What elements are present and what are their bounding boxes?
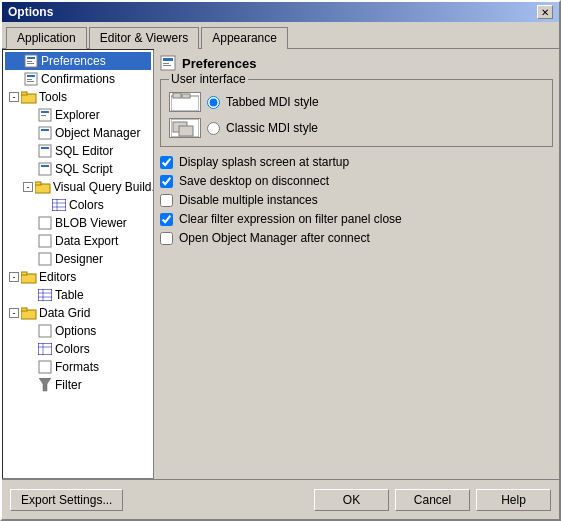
svg-rect-29: [21, 272, 27, 275]
preferences-icon: [23, 53, 39, 69]
checkbox-disable-multiple[interactable]: Disable multiple instances: [160, 193, 553, 207]
classic-mdi-item[interactable]: Classic MDI style: [169, 118, 544, 138]
tab-editor-viewers[interactable]: Editor & Viewers: [89, 27, 199, 49]
splash-label[interactable]: Display splash screen at startup: [179, 155, 349, 169]
tree-item-explorer[interactable]: Explorer: [5, 106, 151, 124]
classic-mdi-label[interactable]: Classic MDI style: [226, 121, 318, 135]
classic-mdi-visual: [169, 118, 201, 138]
editors-folder-icon: [21, 269, 37, 285]
tree-item-vqb-label: Visual Query Build...: [53, 180, 154, 194]
tabbed-mdi-label[interactable]: Tabbed MDI style: [226, 95, 319, 109]
sql-script-icon: [37, 161, 53, 177]
tree-item-confirmations-label: Confirmations: [41, 72, 115, 86]
user-interface-group: User interface Tabbed MDI style: [160, 79, 553, 147]
tree-item-options-dg[interactable]: Options: [5, 322, 151, 340]
table-icon: [37, 287, 53, 303]
ok-button[interactable]: OK: [314, 489, 389, 511]
svg-rect-3: [27, 63, 34, 64]
tree-item-object-manager[interactable]: Object Manager: [5, 124, 151, 142]
tree-item-preferences-label: Preferences: [41, 54, 106, 68]
checkbox-clear-filter[interactable]: Clear filter expression on filter panel …: [160, 212, 553, 226]
tree-item-tools[interactable]: - Tools: [5, 88, 151, 106]
tree-item-sql-editor[interactable]: SQL Editor: [5, 142, 151, 160]
object-manager-icon: [37, 125, 53, 141]
tree-panel[interactable]: Preferences Confirmations - Tools: [2, 49, 154, 479]
checkbox-save-desktop[interactable]: Save desktop on disconnect: [160, 174, 553, 188]
export-settings-button[interactable]: Export Settings...: [10, 489, 123, 511]
svg-rect-14: [41, 129, 49, 131]
tree-item-explorer-label: Explorer: [55, 108, 100, 122]
svg-rect-21: [52, 199, 66, 211]
svg-rect-36: [39, 325, 51, 337]
tree-item-colors-vq-label: Colors: [69, 198, 104, 212]
tabbed-mdi-radio[interactable]: [207, 96, 220, 109]
tree-item-table[interactable]: Table: [5, 286, 151, 304]
sql-editor-icon: [37, 143, 53, 159]
options-window: Options ✕ Application Editor & Viewers A…: [0, 0, 561, 521]
tree-item-visual-query-build[interactable]: - Visual Query Build...: [5, 178, 151, 196]
dialog-buttons: OK Cancel Help: [314, 489, 551, 511]
open-object-manager-checkbox[interactable]: [160, 232, 173, 245]
data-grid-folder-icon: [21, 305, 37, 321]
clear-filter-checkbox[interactable]: [160, 213, 173, 226]
tabbed-mdi-visual: [169, 92, 201, 112]
tree-item-options-dg-label: Options: [55, 324, 96, 338]
tree-item-tools-label: Tools: [39, 90, 67, 104]
svg-rect-27: [39, 253, 51, 265]
colors-vq-icon: [51, 197, 67, 213]
splash-checkbox[interactable]: [160, 156, 173, 169]
tree-item-filter[interactable]: Filter: [5, 376, 151, 394]
tree-item-colors-vq[interactable]: Colors: [5, 196, 151, 214]
tree-item-data-export[interactable]: Data Export: [5, 232, 151, 250]
tree-item-confirmations[interactable]: Confirmations: [5, 70, 151, 88]
tree-item-formats[interactable]: Formats: [5, 358, 151, 376]
tree-item-preferences[interactable]: Preferences: [5, 52, 151, 70]
vqb-expand-icon[interactable]: -: [23, 182, 33, 192]
vqb-folder-icon: [35, 179, 51, 195]
svg-rect-45: [163, 65, 171, 66]
clear-filter-label[interactable]: Clear filter expression on filter panel …: [179, 212, 402, 226]
tab-application[interactable]: Application: [6, 27, 87, 49]
tools-expand-icon[interactable]: -: [9, 92, 19, 102]
svg-rect-11: [41, 111, 49, 113]
bottom-bar: Export Settings... OK Cancel Help: [2, 479, 559, 519]
svg-rect-37: [38, 343, 52, 355]
checkbox-open-object-manager[interactable]: Open Object Manager after connect: [160, 231, 553, 245]
designer-icon: [37, 251, 53, 267]
close-button[interactable]: ✕: [537, 5, 553, 19]
title-bar: Options ✕: [2, 2, 559, 22]
tree-item-blob-viewer-label: BLOB Viewer: [55, 216, 127, 230]
svg-rect-20: [35, 182, 41, 185]
tab-bar: Application Editor & Viewers Appearance: [2, 22, 559, 49]
svg-rect-51: [179, 126, 193, 136]
data-grid-expand-icon[interactable]: -: [9, 308, 19, 318]
content-title: Preferences: [160, 55, 553, 71]
disable-multiple-checkbox[interactable]: [160, 194, 173, 207]
tree-item-data-export-label: Data Export: [55, 234, 118, 248]
tree-item-colors-dg[interactable]: Colors: [5, 340, 151, 358]
open-object-manager-label[interactable]: Open Object Manager after connect: [179, 231, 370, 245]
tree-item-blob-viewer[interactable]: BLOB Viewer: [5, 214, 151, 232]
tree-item-editors[interactable]: - Editors: [5, 268, 151, 286]
svg-rect-16: [41, 147, 49, 149]
editors-expand-icon[interactable]: -: [9, 272, 19, 282]
disable-multiple-label[interactable]: Disable multiple instances: [179, 193, 318, 207]
classic-mdi-radio[interactable]: [207, 122, 220, 135]
tree-item-sql-script[interactable]: SQL Script: [5, 160, 151, 178]
tree-item-formats-label: Formats: [55, 360, 99, 374]
cancel-button[interactable]: Cancel: [395, 489, 470, 511]
help-button[interactable]: Help: [476, 489, 551, 511]
svg-rect-25: [39, 217, 51, 229]
checkbox-splash[interactable]: Display splash screen at startup: [160, 155, 553, 169]
svg-rect-9: [21, 92, 27, 95]
checkboxes-group: Display splash screen at startup Save de…: [160, 155, 553, 245]
save-desktop-checkbox[interactable]: [160, 175, 173, 188]
svg-rect-15: [39, 145, 51, 157]
tabbed-mdi-item[interactable]: Tabbed MDI style: [169, 92, 544, 112]
tree-item-sql-editor-label: SQL Editor: [55, 144, 113, 158]
save-desktop-label[interactable]: Save desktop on disconnect: [179, 174, 329, 188]
tab-appearance[interactable]: Appearance: [201, 27, 288, 49]
tree-item-designer[interactable]: Designer: [5, 250, 151, 268]
tree-item-data-grid[interactable]: - Data Grid: [5, 304, 151, 322]
svg-rect-2: [27, 61, 32, 62]
